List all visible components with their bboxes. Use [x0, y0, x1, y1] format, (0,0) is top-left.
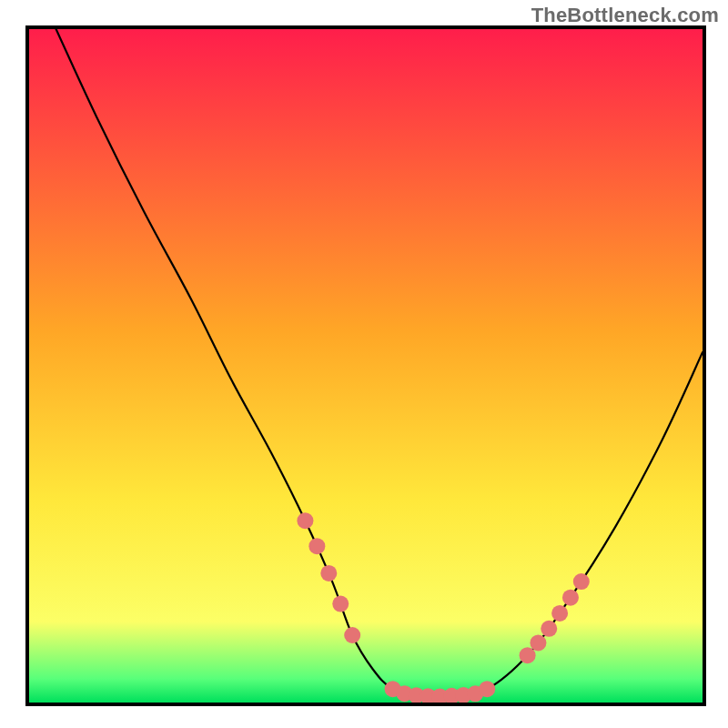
overlay-dot	[530, 634, 546, 651]
stage: TheBottleneck.com	[0, 0, 728, 728]
watermark-text: TheBottleneck.com	[531, 4, 719, 27]
overlay-dot	[308, 538, 325, 554]
overlay-dot	[479, 681, 495, 697]
overlay-dot	[297, 512, 313, 529]
overlay-dot	[320, 565, 337, 581]
overlay-dot	[551, 605, 568, 622]
overlay-dot	[541, 621, 557, 637]
overlay-dot	[344, 627, 360, 643]
overlay-dot	[562, 590, 579, 606]
overlay-dot	[573, 573, 590, 590]
overlay-dot	[332, 596, 349, 612]
overlay-dot	[520, 647, 536, 663]
gradient-background	[29, 29, 703, 703]
bottleneck-chart	[0, 0, 728, 728]
